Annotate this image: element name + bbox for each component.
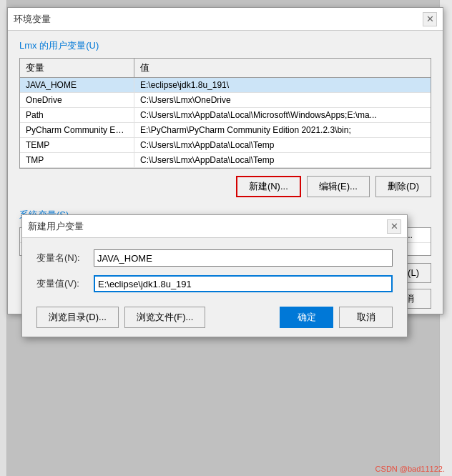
close-icon: ✕ <box>426 14 434 24</box>
user-section-title: Lmx 的用户变量(U) <box>19 39 431 52</box>
user-col-val-header: 值 <box>134 59 431 77</box>
sub-dialog-title: 新建用户变量 <box>28 220 84 233</box>
sub-dialog-right-buttons: 确定 取消 <box>280 307 393 328</box>
browse-dir-button[interactable]: 浏览目录(D)... <box>36 307 119 328</box>
sub-ok-button[interactable]: 确定 <box>280 307 333 328</box>
table-cell-val: C:\Users\Lmx\AppData\Local\Temp <box>134 138 431 152</box>
table-cell-val: E:\eclipse\jdk1.8u_191\ <box>134 78 431 92</box>
side-strip-left <box>0 0 7 476</box>
table-cell-val: C:\Users\Lmx\AppData\Local\Microsoft\Win… <box>134 108 431 122</box>
user-buttons-row: 新建(N)... 编辑(E)... 删除(D) <box>19 176 431 197</box>
browse-file-button[interactable]: 浏览文件(F)... <box>124 307 205 328</box>
user-variables-table: 变量 值 JAVA_HOME E:\eclipse\jdk1.8u_191\ O… <box>19 58 431 169</box>
user-col-var-header: 变量 <box>20 59 134 77</box>
var-value-input[interactable] <box>94 275 393 292</box>
var-value-row: 变量值(V): <box>36 275 393 292</box>
close-icon: ✕ <box>390 221 398 232</box>
table-row[interactable]: PyCharm Community Editi... E:\PyCharm\Py… <box>20 123 431 138</box>
table-row[interactable]: Path C:\Users\Lmx\AppData\Local\Microsof… <box>20 108 431 123</box>
table-row[interactable]: TMP C:\Users\Lmx\AppData\Local\Temp <box>20 153 431 168</box>
table-row[interactable]: JAVA_HOME E:\eclipse\jdk1.8u_191\ <box>20 78 431 93</box>
table-cell-var: TMP <box>20 153 134 167</box>
sub-dialog: 新建用户变量 ✕ 变量名(N): 变量值(V): 浏览目录(D)... 浏览文件… <box>21 214 408 337</box>
table-row[interactable]: TEMP C:\Users\Lmx\AppData\Local\Temp <box>20 138 431 153</box>
watermark: CSDN @bad11122. <box>375 465 445 473</box>
main-dialog-title: 环境变量 <box>14 13 51 26</box>
table-cell-var: TEMP <box>20 138 134 152</box>
var-name-row: 变量名(N): <box>36 249 393 267</box>
sub-dialog-buttons-row: 浏览目录(D)... 浏览文件(F)... 确定 取消 <box>36 301 393 328</box>
user-delete-button[interactable]: 删除(D) <box>375 176 431 197</box>
table-cell-var: JAVA_HOME <box>20 78 134 92</box>
user-table-header: 变量 值 <box>20 59 431 78</box>
sub-dialog-left-buttons: 浏览目录(D)... 浏览文件(F)... <box>36 307 274 328</box>
table-cell-var: Path <box>20 108 134 122</box>
table-cell-var: PyCharm Community Editi... <box>20 123 134 137</box>
var-name-label: 变量名(N): <box>36 252 94 264</box>
sub-dialog-title-bar: 新建用户变量 ✕ <box>22 215 407 238</box>
user-new-button[interactable]: 新建(N)... <box>236 176 301 197</box>
table-cell-val: E:\PyCharm\PyCharm Community Edition 202… <box>134 123 431 137</box>
table-cell-var: OneDrive <box>20 93 134 107</box>
user-edit-button[interactable]: 编辑(E)... <box>307 176 370 197</box>
var-value-label: 变量值(V): <box>36 277 94 290</box>
sub-cancel-button[interactable]: 取消 <box>339 307 393 328</box>
table-cell-val: C:\Users\Lmx\AppData\Local\Temp <box>134 153 431 167</box>
sub-dialog-body: 变量名(N): 变量值(V): 浏览目录(D)... 浏览文件(F)... 确定… <box>22 238 407 337</box>
table-cell-val: C:\Users\Lmx\OneDrive <box>134 93 431 107</box>
main-dialog-close-button[interactable]: ✕ <box>423 12 437 26</box>
main-dialog-body: Lmx 的用户变量(U) 变量 值 JAVA_HOME E:\eclipse\j… <box>8 31 443 206</box>
sub-dialog-close-button[interactable]: ✕ <box>387 219 401 234</box>
main-dialog-title-bar: 环境变量 ✕ <box>8 8 443 31</box>
var-name-input[interactable] <box>94 249 393 267</box>
table-row[interactable]: OneDrive C:\Users\Lmx\OneDrive <box>20 93 431 108</box>
